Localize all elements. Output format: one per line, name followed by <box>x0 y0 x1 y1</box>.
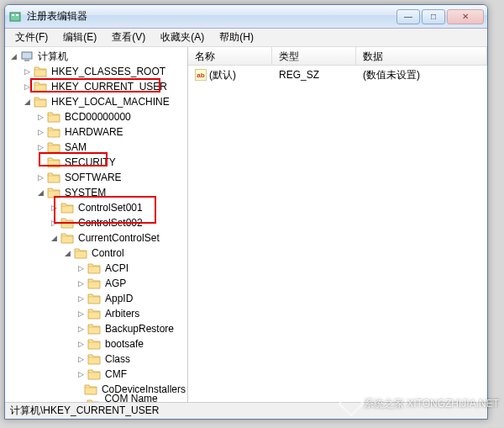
tree-item[interactable]: ▷BackupRestore <box>5 321 187 336</box>
folder-icon <box>47 187 60 198</box>
folder-icon <box>87 277 101 289</box>
regedit-window: 注册表编辑器 — □ ✕ 文件(F) 编辑(E) 查看(V) 收藏夹(A) 帮助… <box>4 4 488 420</box>
tree-item[interactable]: ▷BCD00000000 <box>5 109 187 124</box>
tree-item[interactable]: ▷ControlSet002 <box>5 215 187 230</box>
expand-icon[interactable]: ▷ <box>76 309 86 319</box>
expand-icon[interactable]: ▷ <box>76 278 86 288</box>
column-data[interactable]: 数据 <box>356 47 487 65</box>
tree-item-label: 计算机 <box>36 49 70 65</box>
svg-rect-3 <box>22 52 32 59</box>
expand-icon[interactable]: ▷ <box>49 203 59 213</box>
tree-item[interactable]: ▷CMF <box>5 367 187 382</box>
expand-icon[interactable]: ▷ <box>35 112 45 122</box>
tree-item[interactable]: ▷AGP <box>5 276 187 291</box>
tree-item[interactable]: ◢SYSTEM <box>5 185 187 200</box>
expand-icon[interactable]: ▷ <box>76 324 86 334</box>
tree-item-label: Control <box>90 246 126 260</box>
collapse-icon[interactable]: ◢ <box>62 248 72 258</box>
tree-item[interactable]: ◢计算机 <box>5 49 187 64</box>
tree-item[interactable]: ▷AppID <box>5 291 187 306</box>
watermark-text: 系统之家 XITONGZHIJIA.NET <box>364 397 499 411</box>
expand-icon[interactable]: ▷ <box>35 127 45 137</box>
tree-item-label: HKEY_LOCAL_MACHINE <box>50 95 171 108</box>
svg-rect-1 <box>12 14 14 16</box>
folder-icon <box>87 262 101 274</box>
tree-item[interactable]: ▷HARDWARE <box>5 124 187 140</box>
tree-item[interactable]: ▷ControlSet001 <box>5 200 187 215</box>
tree-item[interactable]: ▷Class <box>5 351 187 367</box>
app-icon <box>8 10 22 24</box>
tree-item[interactable]: ▷ACPI <box>5 261 187 276</box>
tree-item-label: COM Name Arbiter <box>102 392 187 402</box>
content-area: ◢计算机▷HKEY_CLASSES_ROOT▷HKEY_CURRENT_USER… <box>5 47 487 402</box>
folder-icon <box>87 308 101 320</box>
expand-icon[interactable]: ▷ <box>76 354 86 364</box>
watermark-logo-icon <box>338 390 364 416</box>
window-title: 注册表编辑器 <box>27 9 396 24</box>
window-controls: — □ ✕ <box>396 9 484 24</box>
tree-item[interactable]: ▷bootsafe <box>5 336 187 351</box>
tree-item-label: AGP <box>103 277 128 290</box>
menu-edit[interactable]: 编辑(E) <box>56 29 103 46</box>
folder-icon <box>47 126 60 138</box>
value-list-panel: 名称 类型 数据 ab (默认) REG_SZ (数值未设置) <box>188 47 487 402</box>
folder-icon <box>87 399 100 402</box>
status-path: 计算机\HKEY_CURRENT_USER <box>10 404 159 418</box>
registry-tree[interactable]: ◢计算机▷HKEY_CLASSES_ROOT▷HKEY_CURRENT_USER… <box>5 47 188 402</box>
tree-item[interactable]: ◢Control <box>5 246 187 261</box>
folder-icon <box>87 323 101 335</box>
value-data: (数值未设置) <box>358 68 486 82</box>
menu-file[interactable]: 文件(F) <box>8 29 55 46</box>
collapse-icon[interactable]: ◢ <box>8 51 18 61</box>
collapse-icon[interactable]: ◢ <box>49 233 59 243</box>
menu-help[interactable]: 帮助(H) <box>213 29 260 46</box>
folder-icon <box>84 383 97 395</box>
minimize-button[interactable]: — <box>396 9 420 24</box>
tree-item-label: SECURITY <box>63 156 118 169</box>
list-row[interactable]: ab (默认) REG_SZ (数值未设置) <box>190 67 486 82</box>
tree-item-label: BackupRestore <box>103 322 176 336</box>
menu-favorites[interactable]: 收藏夹(A) <box>154 29 211 46</box>
expand-icon[interactable]: ▷ <box>49 218 59 228</box>
tree-item-label: ACPI <box>103 262 130 275</box>
folder-icon <box>60 217 74 229</box>
tree-item[interactable]: ◢HKEY_LOCAL_MACHINE <box>5 94 187 109</box>
close-button[interactable]: ✕ <box>447 9 484 24</box>
menubar: 文件(F) 编辑(E) 查看(V) 收藏夹(A) 帮助(H) <box>5 29 487 47</box>
tree-item[interactable]: ▷Arbiters <box>5 306 187 321</box>
svg-rect-2 <box>16 14 18 16</box>
tree-item[interactable]: ◢CurrentControlSet <box>5 230 187 246</box>
collapse-icon[interactable]: ◢ <box>22 97 32 107</box>
expand-icon[interactable]: ▷ <box>35 142 45 152</box>
expand-icon[interactable]: ▷ <box>76 263 86 273</box>
tree-item-label: ControlSet001 <box>76 201 144 214</box>
tree-item[interactable]: ▷SAM <box>5 140 187 155</box>
tree-item-label: CMF <box>103 367 129 381</box>
value-type: REG_SZ <box>274 69 358 81</box>
tree-item[interactable]: ▷HKEY_CURRENT_USER <box>5 79 187 94</box>
expand-icon[interactable]: ▷ <box>76 339 86 349</box>
titlebar[interactable]: 注册表编辑器 — □ ✕ <box>5 5 487 29</box>
svg-rect-0 <box>10 13 20 21</box>
tree-item[interactable]: ▷SOFTWARE <box>5 170 187 185</box>
expand-icon[interactable]: ▷ <box>22 66 32 77</box>
expand-icon[interactable]: ▷ <box>76 369 86 379</box>
tree-item-label: SOFTWARE <box>63 171 123 184</box>
tree-item[interactable]: ▷HKEY_CLASSES_ROOT <box>5 64 187 79</box>
expand-icon[interactable]: ▷ <box>22 82 32 92</box>
menu-view[interactable]: 查看(V) <box>105 29 152 46</box>
watermark: 系统之家 XITONGZHIJIA.NET <box>342 394 499 413</box>
tree-item-label: AppID <box>103 292 134 305</box>
column-name[interactable]: 名称 <box>188 47 272 65</box>
tree-item-label: HKEY_CLASSES_ROOT <box>50 65 167 78</box>
maximize-button[interactable]: □ <box>422 9 445 24</box>
column-type[interactable]: 类型 <box>272 47 356 65</box>
expand-icon[interactable]: ▷ <box>76 293 86 304</box>
tree-item[interactable]: SECURITY <box>5 155 187 170</box>
expand-icon[interactable]: ▷ <box>35 172 45 182</box>
collapse-icon[interactable]: ◢ <box>35 188 45 198</box>
list-body[interactable]: ab (默认) REG_SZ (数值未设置) <box>188 66 487 402</box>
folder-icon <box>34 96 47 108</box>
svg-rect-4 <box>24 60 29 61</box>
tree-item-label: bootsafe <box>103 337 145 351</box>
